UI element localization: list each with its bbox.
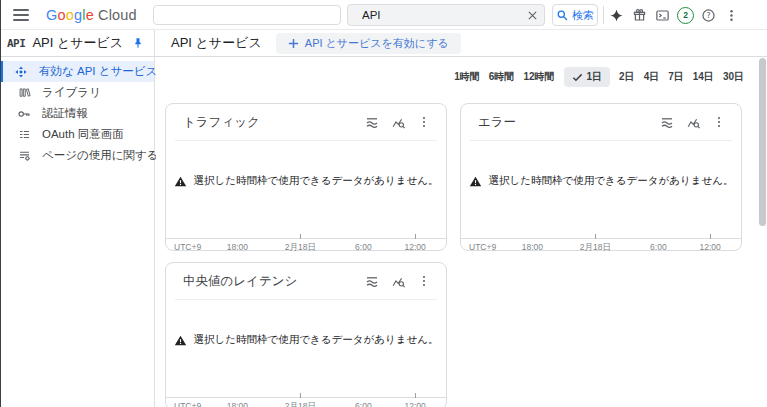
chart-card-traffic: トラフィック 選択した時間枠で使用できるデータがありません。 UTC+9: [165, 103, 447, 251]
axis-label: 18:00: [227, 242, 248, 252]
chart-card-errors: エラー 選択した時間枠で使用できるデータがありません。 UTC+9 18: [460, 103, 742, 251]
time-range-selector: 1時間 6時間 12時間 1日 2日 4日 7日 14日 30日: [156, 67, 744, 87]
search-bar: [347, 4, 545, 26]
warning-icon: [174, 175, 187, 188]
axis-label: 2月18日: [285, 401, 316, 407]
axis-label: UTC+9: [469, 242, 496, 252]
time-option-12h[interactable]: 12時間: [523, 70, 554, 84]
card-divider: [470, 140, 732, 141]
warning-icon: [469, 175, 482, 188]
topbar-actions: 2 ?: [608, 0, 740, 30]
card-menu-icon[interactable]: [416, 273, 432, 289]
sidebar-item-label: ライブラリ: [42, 85, 101, 100]
enable-api-button[interactable]: API とサービスを有効にする: [276, 33, 461, 54]
axis-label: 6:00: [650, 242, 667, 252]
time-option-label: 1日: [587, 70, 603, 84]
axis-label: 2月18日: [285, 242, 316, 254]
time-option-7d[interactable]: 7日: [668, 70, 684, 84]
explore-chart-icon[interactable]: [390, 273, 406, 289]
page-header: API とサービス API とサービスを有効にする: [155, 30, 767, 56]
cloud-shell-icon[interactable]: [654, 7, 671, 24]
sidebar-item-label: 認証情報: [42, 106, 88, 121]
time-option-1d-selected[interactable]: 1日: [564, 67, 611, 87]
sidebar-item-label: 有効な API とサービス: [39, 64, 157, 79]
product-header-left: API API とサービス: [0, 30, 155, 56]
time-option-1h[interactable]: 1時間: [454, 70, 480, 84]
chart-card-median-latency: 中央値のレイテンシ 選択した時間枠で使用できるデータがありません。 UTC+9: [165, 262, 447, 407]
legend-toggle-icon[interactable]: [364, 114, 380, 130]
main-content: 1時間 6時間 12時間 1日 2日 4日 7日 14日 30日 トラフィック: [156, 57, 767, 407]
sidebar-item-label: OAuth 同意画面: [42, 127, 124, 142]
chart-cards: トラフィック 選択した時間枠で使用できるデータがありません。 UTC+9: [156, 87, 767, 407]
axis-label: 12:00: [405, 242, 426, 252]
sidebar: 有効な API とサービス ライブラリ 認証情報 OAuth 同意画面 ページの…: [0, 57, 155, 407]
agreements-icon: [17, 149, 31, 163]
time-option-4d[interactable]: 4日: [644, 70, 660, 84]
cloud-logo-word: Cloud: [98, 7, 137, 23]
axis-label: 12:00: [700, 242, 721, 252]
card-title: エラー: [478, 114, 649, 131]
avatar[interactable]: 2: [677, 7, 694, 24]
product-logo: API: [7, 37, 25, 50]
search-button-label: 検索: [572, 8, 594, 23]
google-cloud-logo[interactable]: Google Cloud: [46, 0, 137, 30]
sidebar-item-page-usage-agreements[interactable]: ページの使用に関する契約: [0, 145, 154, 166]
explore-chart-icon[interactable]: [390, 114, 406, 130]
card-divider: [175, 299, 437, 300]
help-icon[interactable]: ?: [700, 7, 717, 24]
search-icon: [556, 9, 569, 22]
axis-label: 2月18日: [580, 242, 611, 254]
time-option-6h[interactable]: 6時間: [489, 70, 515, 84]
svg-text:?: ?: [706, 11, 710, 20]
project-selector[interactable]: [153, 5, 341, 25]
time-option-30d[interactable]: 30日: [723, 70, 744, 84]
axis-label: UTC+9: [174, 401, 201, 407]
card-title: 中央値のレイテンシ: [183, 273, 354, 290]
x-axis: UTC+9 18:00 2月18日 6:00 12:00: [461, 238, 741, 239]
no-data-message: 選択した時間枠で使用できるデータがありません。: [489, 174, 734, 188]
more-options-icon[interactable]: [723, 7, 740, 24]
no-data-message: 選択した時間枠で使用できるデータがありません。: [194, 174, 439, 188]
pin-icon[interactable]: [132, 37, 144, 49]
card-header: エラー: [461, 104, 741, 140]
no-data-message: 選択した時間枠で使用できるデータがありません。: [194, 333, 439, 347]
window-left-edge: [0, 0, 1, 407]
legend-toggle-icon[interactable]: [659, 114, 675, 130]
plus-icon: [288, 38, 299, 49]
time-option-14d[interactable]: 14日: [693, 70, 714, 84]
x-axis: UTC+9 18:00 2月18日 6:00 12:00: [166, 238, 446, 239]
axis-label: 12:00: [405, 401, 426, 407]
avatar-badge: 2: [683, 10, 688, 20]
axis-label: UTC+9: [174, 242, 201, 252]
check-icon: [572, 72, 583, 83]
legend-toggle-icon[interactable]: [364, 273, 380, 289]
x-axis: UTC+9 18:00 2月18日 6:00 12:00: [166, 397, 446, 398]
card-header: 中央値のレイテンシ: [166, 263, 446, 299]
no-data-notice: 選択した時間枠で使用できるデータがありません。: [166, 333, 446, 347]
gift-icon[interactable]: [631, 7, 648, 24]
search-input[interactable]: [348, 9, 522, 21]
sidebar-item-enabled-apis[interactable]: 有効な API とサービス: [0, 61, 154, 82]
sidebar-item-credentials[interactable]: 認証情報: [0, 103, 154, 124]
topbar: Google Cloud 検索 2 ?: [0, 0, 767, 30]
card-menu-icon[interactable]: [711, 114, 727, 130]
menu-icon[interactable]: [13, 9, 29, 21]
sidebar-item-library[interactable]: ライブラリ: [0, 82, 154, 103]
gemini-sparkle-icon[interactable]: [608, 7, 625, 24]
key-icon: [17, 107, 31, 121]
clear-search-icon[interactable]: [522, 5, 542, 25]
explore-chart-icon[interactable]: [685, 114, 701, 130]
page-title: API とサービス: [171, 34, 262, 52]
card-divider: [175, 140, 437, 141]
google-logo-word: Google: [46, 7, 94, 23]
product-title: API とサービス: [32, 34, 123, 52]
card-title: トラフィック: [183, 114, 354, 131]
sidebar-item-oauth-consent[interactable]: OAuth 同意画面: [0, 124, 154, 145]
card-menu-icon[interactable]: [416, 114, 432, 130]
topbar-divider: [603, 6, 604, 24]
enable-api-button-label: API とサービスを有効にする: [305, 36, 449, 51]
search-button[interactable]: 検索: [552, 4, 598, 26]
time-option-2d[interactable]: 2日: [619, 70, 635, 84]
warning-icon: [174, 334, 187, 347]
scrollbar-thumb[interactable]: [759, 58, 766, 226]
